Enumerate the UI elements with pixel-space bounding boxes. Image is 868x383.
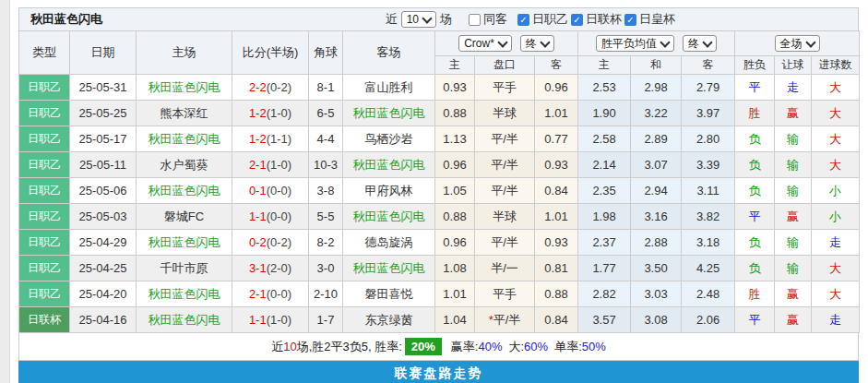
date-cell: 25-04-16	[70, 307, 137, 333]
handicap-home-odds-cell: 1.05	[435, 178, 475, 204]
away-team-cell: 秋田蓝色闪电	[343, 204, 435, 230]
checkbox-checked-icon[interactable]: ✓	[624, 14, 636, 26]
league-type-cell: 日联杯	[19, 307, 70, 333]
handicap-line-cell: 平/半	[475, 126, 535, 152]
stat-value: 40%	[478, 340, 502, 353]
odds-home-cell: 2.14	[578, 152, 631, 178]
col-header-date: 日期	[70, 31, 137, 75]
result-wdl-cell: 胜	[735, 101, 775, 126]
corners-cell: 6-5	[309, 101, 343, 126]
odds-draw-cell: 2.94	[631, 178, 682, 204]
final-score: 0-1	[249, 184, 267, 197]
odds-home-cell: 2.58	[578, 126, 631, 152]
result-handicap-cell: 输	[775, 126, 812, 152]
filter-checkbox-label: 同客	[483, 11, 507, 28]
league-type-cell: 日职乙	[19, 204, 70, 230]
col-header-home: 主场	[137, 31, 232, 75]
checkbox-checked-icon[interactable]: ✓	[517, 14, 529, 26]
home-team-cell: 秋田蓝色闪电	[137, 75, 232, 101]
filter-checkbox-label: 日皇杯	[639, 11, 675, 28]
handicap-group-header: Crow* 终	[435, 31, 578, 56]
league-handicap-trend-button[interactable]: 联赛盘路走势	[18, 361, 859, 383]
handicap-line-cell: 半球	[475, 101, 535, 126]
summary-stat: 单率:50%	[554, 339, 606, 355]
result-wdl-cell: 胜	[735, 281, 775, 307]
odds-draw-cell: 3.07	[631, 152, 682, 178]
score-cell: 0-1(0-0)	[232, 178, 309, 204]
result-goals-cell: 大	[812, 75, 860, 101]
filter-checkbox-item[interactable]: ✓日皇杯	[624, 11, 675, 28]
scope-select[interactable]: 全场	[775, 35, 820, 52]
odds-away-cell: 2.79	[682, 75, 735, 101]
result-group-header: 全场	[735, 31, 860, 56]
handicap-away-odds-cell: 0.84	[535, 178, 578, 204]
league-type-cell: 日职乙	[19, 178, 70, 204]
checkbox-checked-icon[interactable]: ✓	[571, 14, 583, 26]
handicap-away-odds-cell: 0.93	[535, 152, 578, 178]
odds-away-cell: 3.18	[682, 230, 735, 256]
odds-home-cell: 1.90	[578, 101, 631, 126]
filter-checkbox-item[interactable]: ✓日职乙	[517, 11, 568, 28]
subheader-odds-draw: 和	[631, 56, 682, 75]
subject-team-name: 秋田蓝色闪电	[353, 209, 425, 223]
handicap-line-cell: *平/半	[475, 307, 535, 333]
handicap-away-odds-cell: 0.81	[535, 256, 578, 281]
content-panel: 秋田蓝色闪电 近 10 场 同客✓日职乙✓日联杯✓日皇杯 类型 日期 主场 比分…	[18, 7, 859, 383]
subject-team-name: 秋田蓝色闪电	[149, 287, 220, 301]
filter-checkbox-group: 同客✓日职乙✓日联杯✓日皇杯	[456, 11, 675, 28]
odds-away-cell: 2.48	[682, 281, 735, 307]
checkbox-unchecked-icon[interactable]	[469, 14, 481, 26]
handicap-company-select[interactable]: Crow*	[458, 35, 512, 52]
recent-count-select[interactable]: 10	[401, 11, 436, 28]
result-goals-cell: 小	[812, 204, 860, 230]
result-wdl-cell: 平	[735, 75, 775, 101]
odds-home-cell: 2.82	[578, 281, 631, 307]
stat-label: 赢率:	[451, 340, 479, 353]
final-score: 2-2	[249, 80, 267, 94]
away-team-cell: 秋田蓝色闪电	[343, 256, 435, 281]
away-team-cell: 秋田蓝色闪电	[343, 152, 435, 178]
half-time-score: (1-0)	[267, 313, 291, 327]
half-time-score: (0-2)	[267, 235, 291, 249]
summary-prefix: 近	[271, 339, 283, 355]
handicap-home-odds-cell: 1.13	[435, 126, 475, 152]
subheader-odds-home: 主	[578, 56, 631, 75]
chevron-down-icon	[660, 37, 670, 47]
odds-draw-cell: 3.03	[631, 281, 682, 307]
final-score: 1-1	[249, 313, 267, 327]
handicap-away-odds-cell: 0.88	[535, 281, 578, 307]
odds-home-cell: 1.98	[578, 204, 631, 230]
result-handicap-cell: 输	[775, 256, 812, 281]
result-handicap-cell: 输	[775, 178, 812, 204]
handicap-line-cell: 平手	[475, 75, 535, 101]
recent-count-value: 10	[407, 13, 419, 26]
corners-cell: 10-3	[309, 152, 343, 178]
corners-cell: 3-8	[309, 178, 343, 204]
europe-company-select[interactable]: 胜平负均值	[596, 35, 674, 52]
odds-draw-cell: 3.08	[631, 307, 682, 333]
result-goals-cell: 大	[812, 281, 860, 307]
subject-team-name: 秋田蓝色闪电	[353, 261, 425, 275]
handicap-final-select[interactable]: 终	[520, 35, 554, 52]
win-rate-badge: 20%	[405, 338, 442, 355]
filter-checkbox-item[interactable]: ✓日联杯	[571, 11, 622, 28]
result-wdl-cell: 负	[735, 230, 775, 256]
half-time-score: (0-0)	[267, 184, 291, 197]
handicap-home-odds-cell: 1.04	[435, 307, 475, 333]
summary-record-text: 场,胜2平3负5, 胜率:	[297, 339, 402, 355]
filter-checkbox-label: 日职乙	[532, 11, 568, 28]
final-score: 1-2	[249, 106, 267, 120]
subject-team-name: 秋田蓝色闪电	[149, 184, 220, 197]
subheader-result-wdl: 胜负	[735, 56, 775, 75]
half-time-score: (0-0)	[267, 287, 291, 301]
home-team-cell: 熊本深红	[137, 101, 232, 126]
stat-label: 大:	[508, 340, 524, 353]
date-cell: 25-05-17	[70, 126, 137, 152]
team-title: 秋田蓝色闪电	[19, 11, 102, 28]
away-team-cell: 东京绿茵	[343, 307, 435, 333]
europe-final-select[interactable]: 终	[683, 35, 717, 52]
asterisk-marker: *	[489, 313, 493, 327]
home-team-cell: 秋田蓝色闪电	[137, 307, 232, 333]
filter-checkbox-item[interactable]: 同客	[469, 11, 507, 28]
handicap-away-odds-cell: 1.01	[535, 101, 578, 126]
